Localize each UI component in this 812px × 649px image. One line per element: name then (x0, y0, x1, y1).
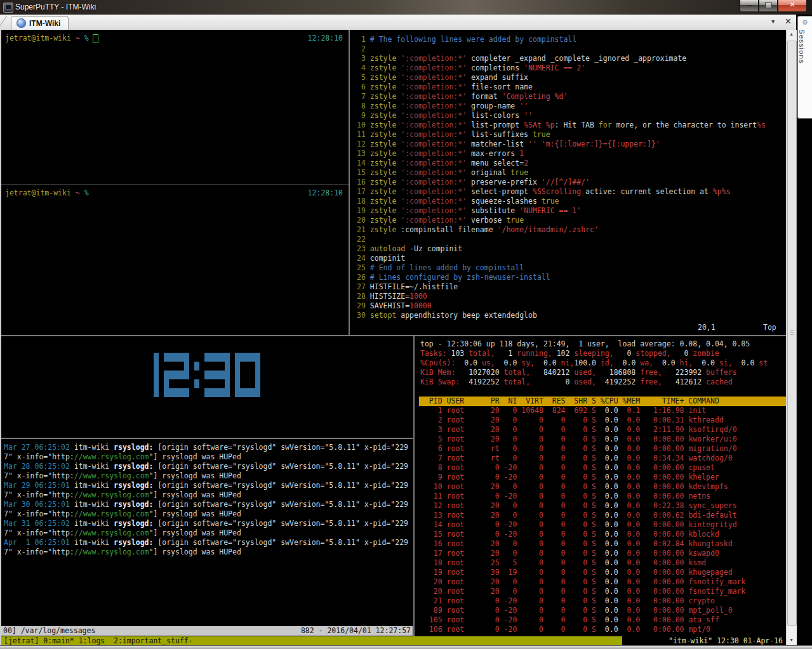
terminal-line: %Cpu(s): 0.0 us, 0.0 sy, 0.0 ni,100.0 id… (420, 358, 783, 368)
terminal-line: 25 # End of lines added by compinstall (357, 263, 766, 273)
process-row: 8 root 0 -20 0 0 0 S 0.0 0.0 0:00.00 cpu… (420, 463, 783, 473)
vim-buffer: 1 # The following lines were added by co… (357, 35, 766, 320)
terminal-line: 8 zstyle ':completion:*' group-name '' (357, 102, 766, 111)
clock-digit (235, 353, 260, 397)
process-row: 15 root 0 -20 0 0 0 S 0.0 0.0 0:00.00 kb… (420, 530, 783, 539)
clock-digit (154, 353, 159, 397)
terminal-line: Mar 29 06:25:01 itm-wiki rsyslogd: [orig… (4, 481, 408, 490)
tmux-clock (1, 353, 413, 397)
terminal-line: 23 autoload -Uz compinit (357, 244, 766, 254)
tab-itm-wiki[interactable]: ITM-Wiki (11, 16, 69, 30)
process-row: 19 root 39 19 0 0 0 S 0.0 0.0 0:00.00 kh… (420, 568, 783, 577)
process-row: 1 root 20 0 10648 824 692 S 0.0 0.1 1:16… (420, 406, 783, 416)
process-row: 21 root 0 -20 0 0 0 S 0.0 0.0 0:00.00 cr… (420, 596, 783, 606)
tab-label: ITM-Wiki (29, 19, 60, 28)
terminal-line: 5 zstyle ':completion:*' expand suffix (357, 73, 766, 82)
minimize-button[interactable]: — (740, 0, 759, 12)
terminal-line: 18 zstyle ':completion:*' squeeze-slashe… (357, 197, 766, 206)
scrollbar-grip-icon (790, 331, 794, 335)
terminal-line: 22 (357, 235, 766, 244)
top-output: top - 12:30:06 up 118 days, 21:49, 1 use… (420, 339, 783, 634)
pane-divider[interactable] (413, 336, 415, 636)
top-header-row: PID USER PR NI VIRT RES SHR S %CPU %MEM … (419, 397, 786, 406)
tmux-status-bar: [jetrat] 0:main* 1:logs 2:important_stuf… (1, 636, 786, 645)
prompt-timestamp: 12:28:10 (308, 34, 343, 43)
scrollbar[interactable]: ▲ ▼ (786, 30, 797, 645)
terminal-line: 28 HISTSIZE=1000 (357, 292, 766, 301)
scrollbar-thumb[interactable] (787, 41, 797, 626)
terminal-line: 27 HISTFILE=~/.histfile (357, 282, 766, 292)
multitail-status-bar: 00] /var/log/messages 882 - 2016/04/01 1… (1, 626, 413, 636)
terminal-line: 7" x-info="http://www.rsyslog.com"] rsys… (4, 547, 408, 557)
terminal-line: 1 # The following lines were added by co… (357, 35, 766, 44)
terminal-line: KiB Mem: 1027020 total, 840212 used, 186… (420, 368, 783, 377)
process-row: 9 root 0 -20 0 0 0 S 0.0 0.0 0:00.00 khe… (420, 473, 783, 482)
process-row: 20 root 20 0 0 0 0 S 0.0 0.0 0:00.00 fsn… (420, 587, 783, 596)
clock-digit (164, 353, 189, 397)
terminal-line: top - 12:30:06 up 118 days, 21:49, 1 use… (420, 339, 783, 349)
sessions-flyout-tab[interactable]: ⚙ Sessions (797, 16, 812, 119)
terminal-line: 26 # Lines configured by zsh-newuser-ins… (357, 273, 766, 282)
clock-digit (204, 353, 230, 397)
syslog-output: Mar 27 06:25:02 itm-wiki rsyslogd: [orig… (4, 443, 408, 557)
blank-line (420, 387, 783, 397)
terminal-line: 16 zstyle ':completion:*' preserve-prefi… (357, 178, 766, 187)
terminal-line: 3 zstyle ':completion:*' completer _expa… (357, 54, 766, 63)
terminal-line: Mar 31 06:25:02 itm-wiki rsyslogd: [orig… (4, 519, 408, 528)
window-title: SuperPuTTY - ITM-Wiki (15, 3, 96, 11)
terminal-line: Mar 27 06:25:02 itm-wiki rsyslogd: [orig… (4, 443, 408, 452)
process-row: 105 root 0 -20 0 0 0 S 0.0 0.0 0:00.00 a… (420, 615, 783, 625)
process-row: 6 root rt 0 0 0 0 S 0.0 0.0 0:00.00 migr… (420, 444, 783, 454)
terminal-area: jetrat@itm-wiki ~ % 12:28:10 jetrat@itm-… (1, 30, 786, 645)
shell-prompt: jetrat@itm-wiki ~ % (5, 34, 89, 43)
terminal-line: 7" x-info="http://www.rsyslog.com"] rsys… (4, 528, 408, 538)
tab-close-icon[interactable]: ✕ (785, 16, 792, 26)
terminal-line: 7" x-info="http://www.rsyslog.com"] rsys… (4, 452, 408, 462)
terminal-line: Apr 1 06:25:01 itm-wiki rsyslogd: [origi… (4, 538, 408, 547)
terminal-line: jetrat@itm-wiki ~ % (5, 34, 89, 43)
process-row: 20 root 20 0 0 0 0 S 0.0 0.0 0:00.00 fsn… (420, 577, 783, 587)
top-process-list: 1 root 20 0 10648 824 692 S 0.0 0.1 1:16… (420, 406, 783, 634)
scroll-up-icon[interactable]: ▲ (787, 30, 796, 39)
title-bar[interactable]: SuperPuTTY - ITM-Wiki — ✕ (0, 0, 812, 15)
process-row: 10 root 20 0 0 0 0 S 0.0 0.0 0:00.00 kde… (420, 482, 783, 492)
terminal-line: KiB Swap: 4192252 total, 0 used, 4192252… (420, 377, 783, 387)
process-row: 7 root rt 0 0 0 0 S 0.0 0.0 0:34.34 watc… (420, 454, 783, 463)
process-row: 18 root 25 5 0 0 0 S 0.0 0.0 0:00.00 ksm… (420, 558, 783, 568)
pane-divider[interactable] (349, 30, 350, 335)
process-row: 5 root 20 0 0 0 0 S 0.0 0.0 0:00.00 kwor… (420, 435, 783, 444)
terminal-line: 6 zstyle ':completion:*' file-sort name (357, 82, 766, 92)
tmux-window-list[interactable]: [jetrat] 0:main* 1:logs 2:important_stuf… (4, 636, 193, 645)
close-button[interactable]: ✕ (778, 0, 807, 12)
terminal-line: 2 (357, 44, 766, 54)
process-row: 3 root 20 0 0 0 0 S 0.0 0.0 2:11.90 ksof… (420, 425, 783, 435)
process-row: 17 root 20 0 0 0 0 S 0.0 0.0 0:00.00 ksw… (420, 549, 783, 558)
window-buttons: — ✕ (740, 0, 807, 12)
terminal-line: 4 zstyle ':completion:*' completions 'NU… (357, 63, 766, 73)
terminal-line: 13 zstyle ':completion:*' max-errors 1 (357, 149, 766, 159)
log-pane: Mar 27 06:25:02 itm-wiki rsyslogd: [orig… (1, 439, 413, 636)
terminal-line: 7" x-info="http://www.rsyslog.com"] rsys… (4, 509, 408, 519)
window-frame-bottom (0, 645, 812, 649)
terminal-line: 12 zstyle ':completion:*' matcher-list '… (357, 140, 766, 149)
terminal-line: 10 zstyle ':completion:*' list-prompt %S… (357, 121, 766, 130)
sessions-label: Sessions (798, 29, 806, 64)
tmux-host-datetime: "itm-wiki" 12:30 01-Apr-16 (622, 636, 786, 645)
top-pane: top - 12:30:06 up 118 days, 21:49, 1 use… (418, 336, 786, 636)
log-file-stats: 882 - 2016/04/01 12:27:57 (301, 626, 411, 636)
terminal-line: 11 zstyle ':completion:*' list-suffixes … (357, 130, 766, 140)
scroll-down-icon[interactable]: ▼ (787, 636, 796, 645)
terminal-line: 7 zstyle ':completion:*' format 'Complet… (357, 92, 766, 102)
vim-ruler: 20,1 (698, 323, 715, 332)
shell-pane-1: jetrat@itm-wiki ~ % 12:28:10 (1, 30, 348, 184)
process-row: 2 root 20 0 0 0 0 S 0.0 0.0 0:00.31 kthr… (420, 416, 783, 425)
terminal-line: 29 SAVEHIST=10000 (357, 301, 766, 311)
terminal-line: jetrat@itm-wiki ~ % (5, 188, 89, 198)
terminal-line: 24 compinit (357, 254, 766, 263)
restore-icon (765, 3, 772, 8)
terminal-line: 9 zstyle ':completion:*' list-colors '' (357, 111, 766, 121)
maximize-button[interactable] (759, 0, 778, 12)
terminal-line: 20 zstyle ':completion:*' verbose true (357, 216, 766, 225)
tab-dropdown-icon[interactable]: ▼ (771, 18, 775, 25)
shell-pane-2: jetrat@itm-wiki ~ % 12:28:10 (1, 185, 348, 335)
